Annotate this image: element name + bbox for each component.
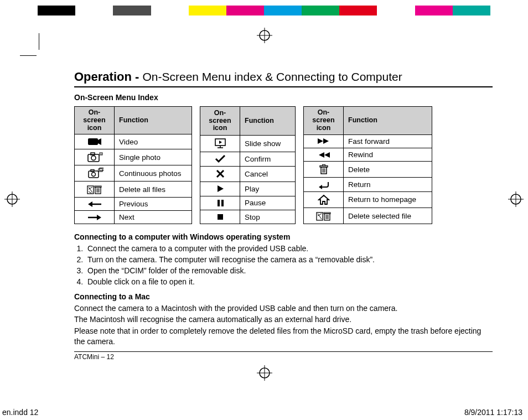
stop-icon — [200, 210, 240, 224]
slideshow-icon — [200, 135, 240, 152]
svg-marker-58 — [319, 195, 329, 204]
body-line: Connect the camera to a Macintosh with t… — [74, 303, 493, 314]
th-icon: On-screen icon — [200, 107, 240, 136]
th-icon: On-screen icon — [304, 107, 344, 135]
confirm-icon — [200, 152, 240, 166]
body-line: The Macintosh will recognise the camera … — [74, 314, 493, 325]
th-function: Function — [344, 107, 432, 135]
svg-marker-13 — [98, 138, 101, 145]
table-row: Video — [75, 134, 192, 149]
svg-rect-22 — [99, 169, 102, 172]
table-row: Fast forward — [304, 134, 432, 148]
table-row: Return — [304, 178, 432, 191]
svg-marker-50 — [319, 152, 324, 158]
list-item: Connect the camera to a computer with th… — [85, 243, 493, 254]
page-title: Operation - On-Screen Menu index & Conne… — [74, 70, 493, 87]
video-icon — [75, 134, 115, 149]
cell-label: Delete all files — [115, 182, 192, 198]
table-row: Previous — [75, 198, 192, 211]
windows-heading: Connecting to a computer with Windows op… — [74, 232, 290, 241]
th-function: Function — [115, 107, 192, 134]
cell-label: Confirm — [240, 152, 296, 166]
svg-marker-43 — [218, 185, 224, 192]
cell-label: Rewind — [344, 148, 432, 161]
cell-label: Delete — [344, 162, 432, 178]
cell-label: Play — [240, 182, 296, 196]
title-rest: On-Screen Menu index & Connecting to Com… — [142, 70, 402, 83]
svg-marker-57 — [319, 185, 322, 189]
table-row: Stop — [200, 210, 296, 224]
svg-rect-29 — [95, 186, 101, 188]
table-row: Return to homepage — [304, 191, 432, 208]
cell-label: Slide show — [240, 135, 296, 152]
title-bold: Operation - — [74, 70, 142, 84]
rewind-icon — [304, 148, 344, 161]
pause-icon — [200, 196, 240, 210]
print-footer-left: en.indd 12 — [2, 408, 38, 417]
svg-point-21 — [91, 173, 95, 177]
mac-heading: Connecting to a Mac — [74, 292, 150, 301]
table-row: Confirm — [200, 152, 296, 166]
table-row: Delete all files — [75, 182, 192, 198]
icon-tables: On-screen icon Function Video S Single p… — [74, 106, 493, 224]
windows-steps: Connect the camera to a computer with th… — [85, 243, 493, 287]
th-function: Function — [240, 107, 296, 136]
list-item: Double click on a file to open it. — [85, 277, 493, 287]
svg-marker-48 — [323, 138, 329, 144]
cell-label: Video — [115, 134, 192, 149]
svg-rect-44 — [218, 200, 220, 206]
table-row: Continuous photos — [75, 165, 192, 182]
cell-label: Return — [344, 178, 432, 191]
svg-marker-36 — [97, 215, 101, 220]
table-row: Slide show — [200, 135, 296, 152]
svg-point-16 — [91, 156, 96, 160]
table-row: Next — [75, 211, 192, 224]
page-content: Operation - On-Screen Menu index & Conne… — [74, 70, 493, 361]
svg-line-27 — [89, 191, 91, 193]
table-row: Play — [200, 182, 296, 196]
svg-rect-23 — [100, 168, 103, 171]
table-row: S Single photo — [75, 149, 192, 165]
th-icon: On-screen icon — [75, 107, 115, 134]
delete-selected-icon — [304, 208, 344, 224]
press-color-bar — [0, 6, 528, 15]
svg-marker-49 — [324, 152, 330, 158]
icon-table-3: On-screen icon Function Fast forward Rew… — [303, 106, 432, 224]
icon-table-2: On-screen icon Function Slide show Confi… — [200, 106, 296, 224]
table-row: Cancel — [200, 166, 296, 182]
play-icon — [200, 182, 240, 196]
svg-rect-12 — [88, 138, 98, 145]
svg-marker-34 — [88, 201, 92, 207]
svg-rect-53 — [322, 165, 325, 166]
svg-rect-15 — [91, 153, 95, 155]
cell-label: Stop — [240, 210, 296, 224]
single-photo-icon: S — [75, 149, 115, 165]
registration-mark-icon — [4, 191, 20, 207]
svg-marker-47 — [318, 138, 323, 144]
delete-icon — [304, 162, 344, 178]
next-icon — [75, 211, 115, 224]
cell-label: Cancel — [240, 166, 296, 182]
cell-label: Continuous photos — [115, 165, 192, 182]
cell-label: Fast forward — [344, 134, 432, 148]
print-footer-right: 8/9/2011 1:17:13 — [464, 408, 522, 417]
registration-mark-icon — [508, 191, 524, 207]
return-icon — [304, 178, 344, 191]
page-footer-line: ATCMini – 12 — [74, 351, 493, 361]
cancel-icon — [200, 166, 240, 182]
svg-marker-38 — [219, 141, 222, 144]
registration-mark-icon — [257, 365, 272, 381]
cont-photos-icon — [75, 165, 115, 182]
cell-label: Return to homepage — [344, 191, 432, 208]
print-footer: en.indd 12 8/9/2011 1:17:13 — [2, 408, 522, 417]
fast-forward-icon — [304, 134, 344, 148]
registration-mark-icon — [257, 28, 272, 43]
crop-mark — [20, 55, 37, 56]
crop-mark — [39, 33, 39, 50]
body-line: Please note that in order to completely … — [74, 326, 493, 347]
cell-label: Pause — [240, 196, 296, 210]
cell-label: Previous — [115, 198, 192, 211]
previous-icon — [75, 198, 115, 211]
svg-text:S: S — [100, 153, 102, 155]
table-row: Delete selected file — [304, 208, 432, 224]
